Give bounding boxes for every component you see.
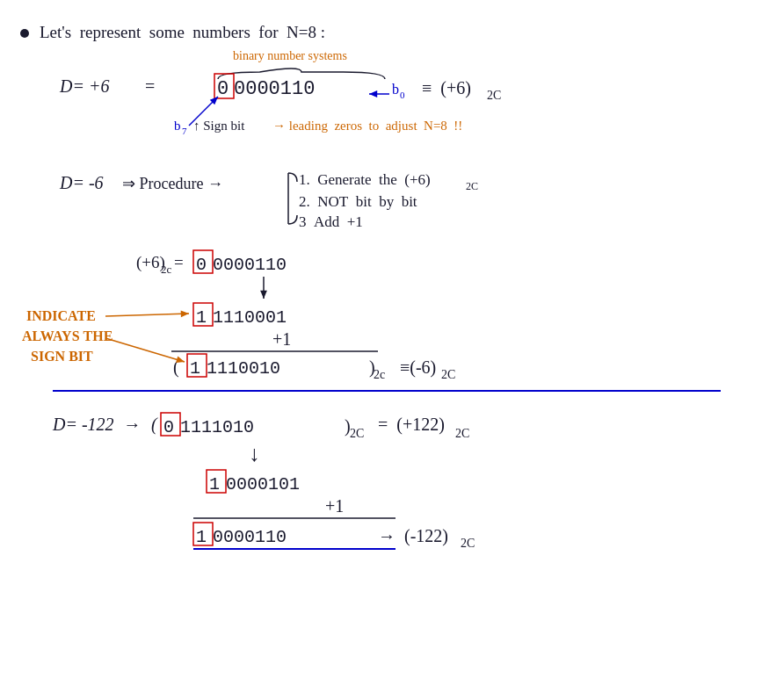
page: [0, 0, 762, 700]
content-canvas: [0, 0, 762, 700]
